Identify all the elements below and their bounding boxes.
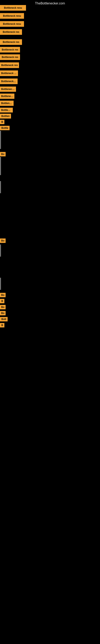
bottleneck-button-15[interactable]: Bottlen	[0, 114, 11, 118]
bottleneck-button-12[interactable]: Bottleneck r	[0, 94, 14, 99]
bottleneck-button-14[interactable]: Bottleneck r	[0, 108, 13, 112]
bottleneck-button-23[interactable]: Bo	[0, 311, 6, 315]
bottleneck-button-7[interactable]: Bottleneck res	[0, 54, 20, 60]
bottleneck-button-20[interactable]: Bo	[0, 293, 6, 297]
bottleneck-button-2[interactable]: Bottleneck resu	[0, 13, 24, 19]
bottleneck-button-19[interactable]: Bo	[0, 238, 6, 243]
bottleneck-button-18[interactable]: Bo	[0, 152, 6, 156]
vertical-line-2	[0, 157, 1, 175]
bottleneck-button-6[interactable]: Bottleneck res	[0, 47, 20, 52]
bottleneck-button-13[interactable]: Bottleneck r	[0, 100, 14, 106]
bottleneck-button-1[interactable]: Bottleneck resu	[0, 5, 26, 11]
bottleneck-button-11[interactable]: Bottleneck r	[0, 86, 16, 92]
bottleneck-button-24[interactable]: Bott	[0, 317, 8, 322]
vertical-line-1	[0, 131, 1, 149]
bottleneck-button-3[interactable]: Bottleneck resu	[0, 21, 24, 27]
bottleneck-button-10[interactable]: Bottleneck res	[0, 78, 18, 84]
vertical-line-5	[0, 278, 1, 290]
bottleneck-button-9[interactable]: Bottleneck res	[0, 70, 18, 76]
bottleneck-button-5[interactable]: Bottleneck res	[0, 39, 22, 45]
bottleneck-button-17[interactable]: Bottle	[0, 126, 10, 130]
bottleneck-button-4[interactable]: Bottleneck res	[0, 29, 22, 35]
bottleneck-button-22[interactable]: Bo	[0, 305, 6, 309]
bottleneck-button-8[interactable]: Bottleneck res	[0, 62, 19, 68]
vertical-line-3	[0, 181, 1, 193]
vertical-line-4	[0, 244, 1, 256]
bottleneck-button-21[interactable]: B	[0, 299, 4, 303]
bottleneck-button-25[interactable]: B	[0, 323, 4, 328]
bottleneck-button-16[interactable]: B	[0, 120, 4, 124]
